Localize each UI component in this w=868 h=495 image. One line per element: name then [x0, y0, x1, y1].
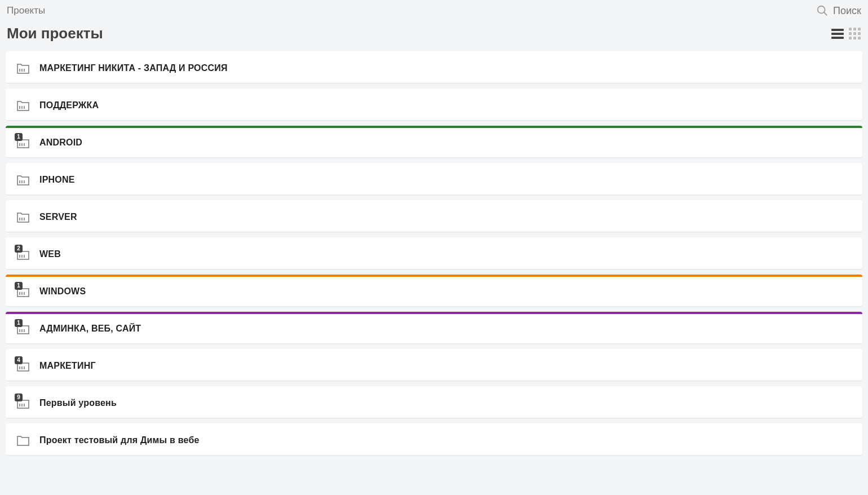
folder-icon — [16, 434, 30, 447]
search-button[interactable]: Поиск — [816, 5, 861, 17]
project-card[interactable]: 1ANDROID — [6, 126, 862, 157]
grid-view-icon — [849, 28, 861, 39]
project-badge: 2 — [15, 245, 23, 253]
project-card[interactable]: SERVER — [6, 200, 862, 232]
board-icon: 1 — [16, 322, 30, 335]
project-title: МАРКЕТИНГ НИКИТА - ЗАПАД И РОССИЯ — [39, 63, 228, 73]
project-card[interactable]: Проект тестовый для Димы в вебе — [6, 423, 862, 455]
project-card[interactable]: 9Первый уровень — [6, 386, 862, 418]
project-badge: 1 — [15, 319, 23, 327]
project-title: IPHONE — [39, 175, 75, 185]
project-title: ANDROID — [39, 138, 82, 148]
title-row: Мои проекты — [0, 20, 868, 51]
project-title: WINDOWS — [39, 286, 86, 297]
svg-line-1 — [824, 12, 827, 16]
project-card[interactable]: IPHONE — [6, 163, 862, 195]
svg-point-0 — [818, 6, 825, 14]
project-card[interactable]: 1WINDOWS — [6, 275, 862, 306]
project-title: Первый уровень — [39, 398, 117, 408]
project-card[interactable]: 2WEB — [6, 237, 862, 269]
list-view-icon — [831, 29, 844, 39]
project-badge: 1 — [15, 133, 23, 141]
list-view-button[interactable] — [831, 27, 844, 41]
board-icon: 9 — [16, 396, 30, 410]
page-title: Мои проекты — [7, 25, 103, 42]
project-list: МАРКЕТИНГ НИКИТА - ЗАПАД И РОССИЯ ПОДДЕР… — [0, 51, 868, 461]
project-card[interactable]: МАРКЕТИНГ НИКИТА - ЗАПАД И РОССИЯ — [6, 51, 862, 83]
view-toggle — [831, 27, 861, 41]
project-title: Проект тестовый для Димы в вебе — [39, 435, 200, 445]
project-badge: 4 — [15, 356, 23, 364]
grid-view-button[interactable] — [848, 27, 861, 41]
header-top: Проекты Поиск — [0, 0, 868, 20]
board-icon — [16, 210, 30, 224]
project-title: WEB — [39, 249, 61, 259]
breadcrumb[interactable]: Проекты — [7, 5, 45, 16]
project-title: ПОДДЕРЖКА — [39, 100, 99, 111]
project-badge: 1 — [15, 282, 23, 290]
board-icon: 1 — [16, 136, 30, 149]
search-label: Поиск — [833, 5, 861, 17]
search-icon — [816, 5, 829, 17]
project-badge: 9 — [15, 394, 23, 401]
project-card[interactable]: ПОДДЕРЖКА — [6, 89, 862, 120]
project-title: SERVER — [39, 212, 77, 222]
project-card[interactable]: 1АДМИНКА, ВЕБ, САЙТ — [6, 312, 862, 343]
board-icon — [16, 99, 30, 112]
project-title: АДМИНКА, ВЕБ, САЙТ — [39, 324, 141, 334]
board-icon — [16, 61, 30, 75]
board-icon: 2 — [16, 248, 30, 261]
project-title: МАРКЕТИНГ — [39, 361, 96, 371]
board-icon — [16, 173, 30, 187]
board-icon: 4 — [16, 359, 30, 373]
board-icon: 1 — [16, 285, 30, 298]
project-card[interactable]: 4МАРКЕТИНГ — [6, 349, 862, 381]
